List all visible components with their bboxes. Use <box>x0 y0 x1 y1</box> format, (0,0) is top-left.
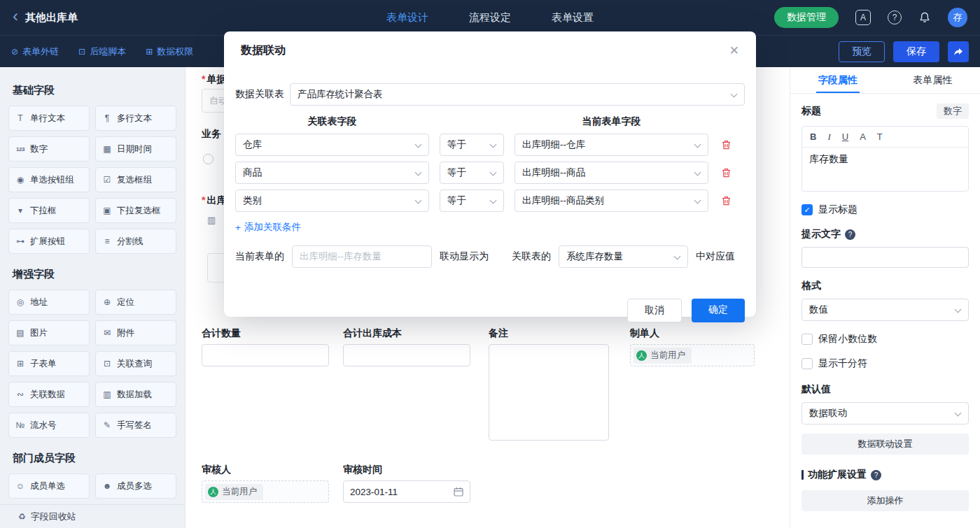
toolbar-item-form-link[interactable]: ⊘ 表单外链 <box>11 45 59 58</box>
bold-button[interactable]: B <box>810 131 816 142</box>
tab-form-settings[interactable]: 表单设置 <box>552 11 594 24</box>
condition-left-select[interactable]: 类别 <box>235 190 429 212</box>
default-value-select[interactable]: 数据联动 <box>802 402 969 424</box>
mini-chart-icon[interactable]: ▥ <box>207 215 216 225</box>
sidebar-item-serial-number[interactable]: №流水号 <box>8 413 90 438</box>
sidebar-item-attachment[interactable]: ✉附件 <box>95 320 176 345</box>
hint-input[interactable] <box>802 247 969 268</box>
navbar-right: 数据管理 A ? 存 <box>774 7 980 28</box>
close-icon[interactable]: ✕ <box>729 43 739 58</box>
field-label: 关联查询 <box>117 358 152 370</box>
biz-type-field-label: 业务 <box>202 128 221 141</box>
condition-left-select[interactable]: 商品 <box>235 162 429 184</box>
sidebar-item-member-single[interactable]: ☺成员单选 <box>8 473 90 499</box>
sidebar-item-related-data[interactable]: ∾关联数据 <box>8 382 90 407</box>
font-size-button[interactable]: T <box>877 131 883 142</box>
reviewer-field[interactable]: 人 当前用户 <box>202 480 329 503</box>
condition-op-select[interactable]: 等于 <box>440 190 504 212</box>
field-label: 多行文本 <box>117 113 152 124</box>
total-qty-input[interactable] <box>202 344 329 366</box>
data-linkage-settings-button[interactable]: 数据联动设置 <box>802 434 969 455</box>
biz-type-radio[interactable] <box>203 154 214 164</box>
data-manage-button[interactable]: 数据管理 <box>774 7 839 28</box>
condition-op-select[interactable]: 等于 <box>440 162 504 184</box>
condition-right-select[interactable]: 出库明细--商品 <box>514 162 708 184</box>
sidebar-item-divider[interactable]: ≡分割线 <box>95 229 176 254</box>
total-cost-input[interactable] <box>343 344 470 366</box>
add-condition-link[interactable]: + 添加关联条件 <box>235 221 301 234</box>
italic-button[interactable]: I <box>827 131 830 143</box>
preview-button[interactable]: 预览 <box>839 41 885 62</box>
tab-form-design[interactable]: 表单设计 <box>386 11 428 24</box>
help-icon[interactable]: ? <box>888 10 902 24</box>
sidebar-item-radio-group[interactable]: ◉单选按钮组 <box>8 167 90 192</box>
format-select[interactable]: 数值 <box>802 299 969 321</box>
back-icon[interactable]: ‹ <box>11 9 20 26</box>
title-label: 标题 <box>802 105 821 117</box>
sidebar-item-image[interactable]: ▤图片 <box>8 320 90 345</box>
tab-field-properties[interactable]: 字段属性 <box>790 67 886 93</box>
subform-icon: ⊞ <box>15 359 26 369</box>
field-recycle-bin[interactable]: ♻ 字段回收站 <box>0 504 185 528</box>
show-title-checkbox[interactable]: ✓ <box>802 204 813 215</box>
review-time-input[interactable]: 2023-01-11 <box>343 480 470 503</box>
user-icon: 人 <box>208 487 218 497</box>
title-value-input[interactable]: 库存数量 <box>802 148 968 191</box>
required-mark: * <box>202 194 205 206</box>
bell-icon[interactable] <box>918 11 931 24</box>
field-label: 下拉框 <box>30 205 57 217</box>
sidebar-item-single-line-text[interactable]: T单行文本 <box>8 106 90 131</box>
underline-button[interactable]: U <box>842 131 848 142</box>
sidebar-item-related-query[interactable]: ⊡关联查询 <box>95 351 176 376</box>
extension-help-icon[interactable]: ? <box>871 470 881 480</box>
select-value: 等于 <box>447 166 466 179</box>
sidebar-item-dropdown[interactable]: ▾下拉框 <box>8 198 90 223</box>
toolbar-item-backend-script[interactable]: ⊡ 后端脚本 <box>78 45 126 58</box>
toolbar-item-data-permission[interactable]: ⊞ 数据权限 <box>146 45 193 58</box>
confirm-button[interactable]: 确定 <box>692 299 745 322</box>
delete-condition-button[interactable] <box>719 140 733 150</box>
dropdown-multi-icon: ▣ <box>102 206 113 215</box>
condition-left-select[interactable]: 仓库 <box>235 134 429 156</box>
sidebar-item-checkbox-group[interactable]: ☑复选框组 <box>95 167 176 192</box>
sidebar-item-dropdown-multi[interactable]: ▣下拉复选框 <box>95 198 176 223</box>
tab-flow-setting[interactable]: 流程设定 <box>469 11 511 24</box>
delete-condition-button[interactable] <box>719 196 733 206</box>
tag-label: 当前用户 <box>222 486 257 498</box>
sidebar-item-extend-button[interactable]: ⊶扩展按钮 <box>8 229 90 254</box>
sidebar-item-location[interactable]: ⊕定位 <box>95 290 176 315</box>
add-operation-button[interactable]: 添加操作 <box>802 490 969 511</box>
related-field-select[interactable]: 系统库存数量 <box>559 245 688 268</box>
sidebar-item-datetime[interactable]: ▦日期时间 <box>95 136 176 162</box>
cancel-button[interactable]: 取消 <box>627 299 682 322</box>
avatar[interactable]: 存 <box>948 8 967 27</box>
select-value: 仓库 <box>243 138 262 151</box>
current-form-field-input[interactable]: 出库明细--库存数量 <box>292 245 432 268</box>
condition-op-select[interactable]: 等于 <box>440 134 504 156</box>
share-button[interactable] <box>948 41 969 62</box>
sidebar-item-subform[interactable]: ⊞子表单 <box>8 351 90 376</box>
delete-condition-button[interactable] <box>719 168 733 178</box>
sidebar-item-member-multi[interactable]: ☻成员多选 <box>95 473 176 499</box>
required-mark: * <box>202 73 205 85</box>
condition-right-select[interactable]: 出库明细--仓库 <box>514 134 708 156</box>
save-button[interactable]: 保存 <box>893 41 939 62</box>
sidebar-item-multi-line-text[interactable]: ¶多行文本 <box>95 106 176 131</box>
sidebar-item-number[interactable]: 123数字 <box>8 136 90 162</box>
sidebar-item-signature[interactable]: ✎手写签名 <box>95 413 176 438</box>
condition-right-select[interactable]: 出库明细--商品类别 <box>514 190 708 212</box>
sidebar-item-address[interactable]: ◎地址 <box>8 290 90 315</box>
font-color-button[interactable]: A <box>860 131 866 142</box>
hint-help-icon[interactable]: ? <box>845 229 855 240</box>
translate-icon[interactable]: A <box>855 10 871 25</box>
tab-form-properties[interactable]: 表单属性 <box>886 67 980 93</box>
current-user-tag: 人 当前用户 <box>634 348 692 364</box>
creator-field[interactable]: 人 当前用户 <box>630 344 755 366</box>
sidebar-item-data-load[interactable]: ▥数据加载 <box>95 382 176 407</box>
relation-table-select[interactable]: 产品库存统计聚合表 <box>290 83 745 106</box>
toolbar-item-label: 数据权限 <box>157 45 193 58</box>
remark-textarea[interactable] <box>489 344 609 441</box>
decimal-checkbox[interactable] <box>802 334 813 345</box>
fields-sidebar: 基础字段 T单行文本 ¶多行文本 123数字 ▦日期时间 ◉单选按钮组 ☑复选框… <box>0 67 186 528</box>
thousand-separator-checkbox[interactable] <box>802 358 813 369</box>
